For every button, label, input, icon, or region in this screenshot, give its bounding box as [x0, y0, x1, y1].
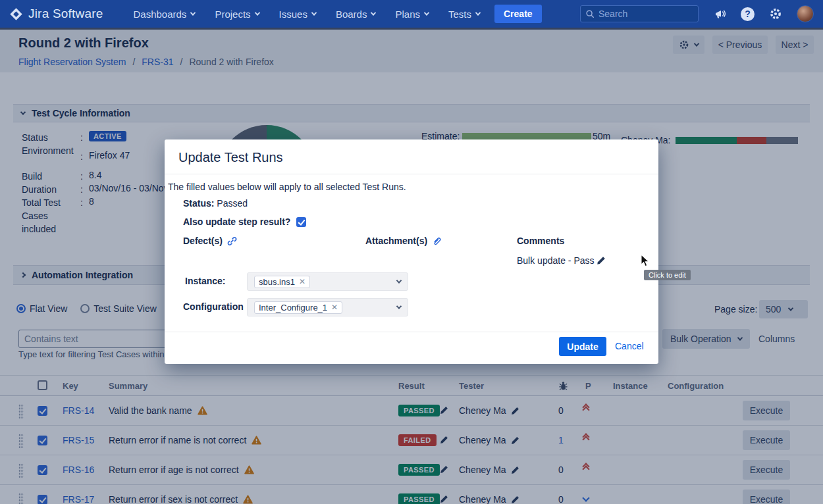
nav-projects[interactable]: Projects	[215, 9, 259, 20]
update-button[interactable]: Update	[559, 337, 606, 356]
nav-icons: ?	[714, 5, 814, 22]
nav-menu: Dashboards Projects Issues Boards Plans …	[133, 9, 480, 20]
chevron-down-icon	[371, 10, 376, 15]
nav-tests[interactable]: Tests	[448, 9, 480, 20]
attachments-field: Attachment(s)	[365, 236, 442, 246]
help-icon[interactable]: ?	[741, 7, 755, 21]
top-navbar: Jira Software Dashboards Projects Issues…	[0, 0, 823, 28]
dialog-intro: The filled values below will apply to al…	[168, 182, 406, 192]
nav-issues[interactable]: Issues	[279, 9, 316, 20]
step-result-checkbox[interactable]	[296, 217, 306, 227]
chevron-down-icon	[311, 10, 317, 15]
link-icon[interactable]	[227, 236, 237, 246]
chevron-down-icon	[254, 10, 259, 15]
nav-plans[interactable]: Plans	[395, 9, 429, 20]
instance-chip-value: sbus.ins1	[259, 277, 295, 287]
divider	[165, 174, 658, 174]
comments-label: Comments	[517, 236, 564, 246]
user-avatar[interactable]	[797, 5, 814, 22]
status-field: Status: Passed	[183, 198, 248, 209]
paperclip-icon[interactable]	[432, 236, 442, 246]
configuration-chip: Inter_Configure_1 ✕	[254, 301, 342, 314]
feedback-megaphone-icon[interactable]	[714, 9, 726, 20]
create-button[interactable]: Create	[494, 5, 542, 23]
defects-field: Defect(s)	[183, 236, 237, 246]
jira-test-cycle-page: Jira Software Dashboards Projects Issues…	[0, 0, 823, 504]
mouse-cursor	[640, 254, 650, 267]
comment-value: Bulk update - Pass	[517, 255, 595, 266]
instance-label: Instance:	[185, 276, 225, 286]
status-field-label: Status:	[183, 198, 214, 209]
comment-field[interactable]: Bulk update - Pass	[517, 255, 606, 266]
attachments-label: Attachment(s)	[365, 236, 427, 246]
chevron-down-icon	[190, 10, 196, 15]
nav-boards[interactable]: Boards	[336, 9, 376, 20]
status-field-value: Passed	[217, 198, 248, 209]
step-result-field: Also update step result?	[183, 216, 306, 227]
instance-select[interactable]: sbus.ins1 ✕	[247, 272, 408, 291]
step-result-label: Also update step result?	[183, 216, 290, 227]
configuration-label: Configuration	[183, 301, 244, 312]
configuration-select[interactable]: Inter_Configure_1 ✕	[247, 298, 408, 316]
dialog-title: Update Test Runs	[178, 150, 283, 165]
remove-chip-icon[interactable]: ✕	[299, 277, 305, 286]
jira-diamond-icon	[9, 7, 23, 21]
logo-text: Jira Software	[28, 7, 103, 21]
chevron-down-icon	[396, 303, 402, 309]
nav-dashboards[interactable]: Dashboards	[133, 9, 195, 20]
gear-icon[interactable]	[769, 7, 782, 20]
chevron-down-icon	[396, 278, 402, 283]
search-input[interactable]	[598, 9, 684, 19]
jira-logo[interactable]: Jira Software	[9, 7, 103, 21]
search-icon	[585, 9, 595, 18]
chevron-down-icon	[424, 10, 429, 15]
cancel-link[interactable]: Cancel	[615, 341, 644, 351]
update-test-runs-dialog: Update Test Runs The filled values below…	[165, 139, 658, 364]
click-to-edit-tooltip: Click to edit	[644, 270, 691, 280]
global-search[interactable]	[580, 5, 699, 22]
chevron-down-icon	[475, 10, 481, 15]
remove-chip-icon[interactable]: ✕	[331, 303, 338, 312]
instance-chip: sbus.ins1 ✕	[254, 276, 310, 288]
defects-label: Defect(s)	[183, 236, 223, 246]
edit-comment-icon[interactable]	[597, 256, 606, 265]
configuration-chip-value: Inter_Configure_1	[259, 303, 327, 313]
divider	[165, 332, 658, 332]
